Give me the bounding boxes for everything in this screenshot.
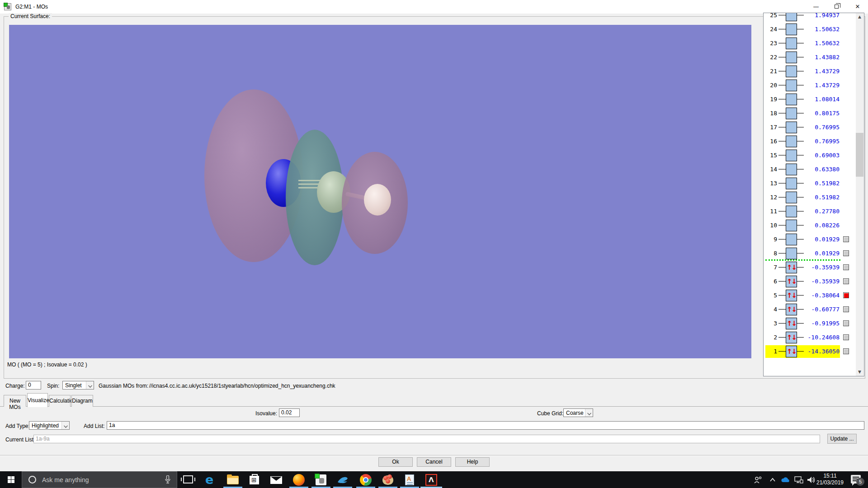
mo-orbital-box[interactable]: ↑↓	[786, 332, 797, 343]
ok-button[interactable]: Ok	[378, 457, 413, 467]
mo-orbital-box[interactable]	[786, 150, 797, 161]
mo-orbital-box[interactable]	[786, 94, 797, 105]
mo-row-15[interactable]: 150.69003	[764, 149, 856, 162]
mo-row-11[interactable]: 110.27780	[764, 205, 856, 218]
update-button[interactable]: Update ...	[827, 434, 857, 444]
mo-row-21[interactable]: 211.43729	[764, 65, 856, 78]
spin-select[interactable]: Singlet	[62, 381, 94, 389]
firefox-icon[interactable]	[293, 474, 305, 486]
mo-row-12[interactable]: 120.51982	[764, 191, 856, 204]
add-type-select[interactable]: Highlighted	[29, 421, 70, 430]
mo-orbital-box[interactable]	[786, 38, 797, 49]
mo-checkbox[interactable]	[843, 236, 849, 242]
mo-orbital-box[interactable]	[786, 136, 797, 147]
mo-checkbox[interactable]	[843, 320, 849, 326]
mo-row-19[interactable]: 191.08014	[764, 93, 856, 106]
mo-row-24[interactable]: 241.50632	[764, 23, 856, 36]
mo-row-5[interactable]: 5↑↓-0.38064	[764, 289, 856, 302]
microphone-icon[interactable]	[165, 475, 170, 484]
mo-energy-list[interactable]: 251.94937241.50632231.50632221.43882211.…	[763, 13, 864, 376]
task-view-button[interactable]	[183, 475, 193, 483]
mo-row-8[interactable]: 80.01929	[764, 247, 856, 260]
scroll-down-button[interactable]: ▼	[856, 368, 863, 376]
mo-orbital-box[interactable]	[786, 206, 797, 217]
help-button[interactable]: Help	[455, 457, 490, 467]
charge-input[interactable]: 0	[26, 381, 41, 389]
mo-row-23[interactable]: 231.50632	[764, 37, 856, 50]
mo-orbital-box[interactable]: ↑↓	[786, 304, 797, 315]
mo-row-22[interactable]: 221.43882	[764, 51, 856, 64]
cancel-button[interactable]: Cancel	[417, 457, 451, 467]
mo-orbital-box[interactable]	[786, 164, 797, 175]
hydrogen-atom[interactable]	[364, 184, 391, 216]
mo-row-1[interactable]: 1↑↓-14.36050	[764, 345, 856, 358]
mo-orbital-box[interactable]	[786, 23, 797, 35]
tray-clock[interactable]: 15:11 21/03/2019	[814, 473, 846, 486]
mo-checkbox[interactable]	[843, 264, 849, 270]
mo-row-20[interactable]: 201.43729	[764, 79, 856, 92]
mo-orbital-box[interactable]	[786, 220, 797, 231]
mo-orbital-box[interactable]	[786, 80, 797, 91]
mo-checkbox[interactable]	[843, 278, 849, 284]
mo-row-25[interactable]: 251.94937	[764, 13, 856, 22]
mo-row-13[interactable]: 130.51982	[764, 177, 856, 190]
molecule-viewport[interactable]	[9, 25, 751, 358]
mo-row-9[interactable]: 90.01929	[764, 233, 856, 246]
current-list-input[interactable]: 1a-9a	[33, 435, 820, 443]
scroll-up-button[interactable]: ▲	[856, 13, 863, 21]
mo-orbital-box[interactable]	[786, 122, 797, 133]
mo-row-4[interactable]: 4↑↓-0.60777	[764, 303, 856, 316]
mo-orbital-box[interactable]	[786, 13, 797, 21]
mo-orbital-box[interactable]	[786, 108, 797, 119]
acrobat-icon[interactable]	[425, 474, 437, 486]
mo-orbital-box[interactable]: ↑↓	[786, 262, 797, 273]
scroll-thumb[interactable]	[856, 133, 863, 177]
mo-orbital-box[interactable]	[786, 178, 797, 189]
gaussview-icon[interactable]	[315, 474, 327, 486]
document-a-app-icon[interactable]	[404, 474, 415, 486]
add-list-input[interactable]: 1a	[107, 421, 864, 430]
bird-app-icon[interactable]	[337, 474, 349, 486]
mo-orbital-box[interactable]: ↑↓	[786, 318, 797, 329]
title-bar[interactable]: G2:M1 - MOs — ✕	[0, 0, 868, 14]
mo-row-7[interactable]: 7↑↓-0.35939	[764, 261, 856, 274]
file-explorer-icon[interactable]	[227, 474, 239, 486]
search-input[interactable]: Ask me anything	[22, 471, 177, 488]
mo-row-2[interactable]: 2↑↓-10.24608	[764, 331, 856, 344]
mo-row-10[interactable]: 100.08226	[764, 219, 856, 232]
tab-calculation[interactable]: Calculation	[49, 395, 71, 407]
close-button[interactable]: ✕	[847, 0, 868, 14]
chevron-down-icon[interactable]	[585, 409, 593, 417]
mo-orbital-box[interactable]	[786, 66, 797, 77]
mo-checkbox[interactable]	[843, 250, 849, 256]
store-icon[interactable]	[249, 474, 260, 486]
mo-checkbox[interactable]	[843, 306, 849, 312]
tab-new-mos[interactable]: New MOs	[4, 395, 26, 407]
edge-icon[interactable]: e	[205, 474, 217, 486]
mo-row-17[interactable]: 170.76995	[764, 121, 856, 134]
mo-orbital-box[interactable]	[786, 52, 797, 63]
mo-orbital-box[interactable]: ↑↓	[786, 276, 797, 287]
mo-orbital-box[interactable]	[786, 234, 797, 245]
mo-orbital-box[interactable]: ↑↓	[786, 346, 797, 357]
chevron-down-icon[interactable]	[86, 381, 94, 389]
mo-list-scrollbar[interactable]: ▲ ▼	[856, 13, 863, 376]
mo-checkbox[interactable]	[843, 334, 849, 340]
cube-grid-select[interactable]: Coarse	[563, 408, 593, 417]
onedrive-icon[interactable]	[781, 476, 791, 484]
mo-row-18[interactable]: 180.80175	[764, 107, 856, 120]
mo-checkbox[interactable]	[843, 348, 849, 354]
mo-orbital-box[interactable]: ↑↓	[786, 290, 797, 301]
mo-orbital-box[interactable]	[786, 192, 797, 203]
mo-orbital-box[interactable]	[786, 248, 797, 259]
chevron-up-icon[interactable]	[769, 476, 777, 484]
isovalue-input[interactable]: 0.02	[279, 408, 300, 417]
molecule-app-icon[interactable]	[382, 474, 394, 486]
tab-visualize[interactable]: Visualize	[27, 393, 48, 407]
minimize-button[interactable]: —	[806, 0, 826, 14]
tab-diagram[interactable]: Diagram	[71, 395, 93, 407]
chevron-down-icon[interactable]	[61, 422, 69, 429]
mo-checkbox[interactable]	[843, 292, 849, 298]
mo-row-6[interactable]: 6↑↓-0.35939	[764, 275, 856, 288]
chrome-icon[interactable]	[360, 474, 372, 486]
